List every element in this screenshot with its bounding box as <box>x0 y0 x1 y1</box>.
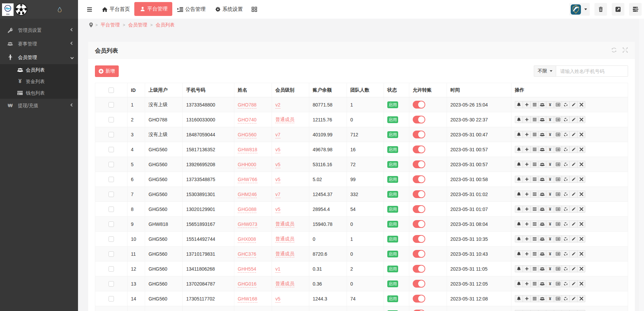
svg-text:GH: GH <box>6 13 9 15</box>
